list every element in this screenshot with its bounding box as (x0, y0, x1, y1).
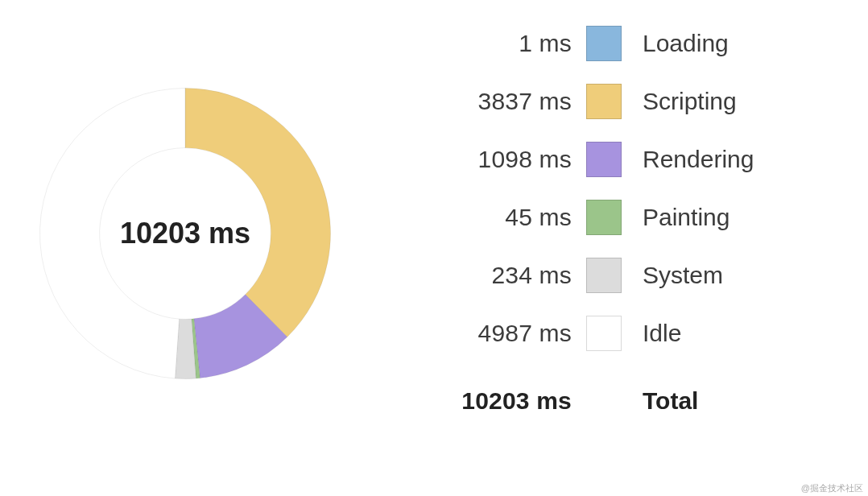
legend-label: Idle (643, 320, 681, 347)
swatch-idle (586, 316, 622, 351)
performance-summary-panel: 10203 ms 1 ms Loading 3837 ms Scripting … (0, 0, 868, 496)
legend-time: 4987 ms (431, 320, 572, 347)
legend-row-idle[interactable]: 4987 ms Idle (431, 304, 849, 362)
legend-label: Loading (643, 30, 729, 57)
legend-label: System (643, 262, 723, 289)
legend-time: 1 ms (431, 30, 572, 57)
legend-time: 45 ms (431, 204, 572, 231)
swatch-scripting (586, 84, 622, 119)
legend-label: Rendering (643, 146, 754, 173)
legend-label: Painting (643, 204, 730, 231)
legend-row-rendering[interactable]: 1098 ms Rendering (431, 130, 849, 188)
legend-row-loading[interactable]: 1 ms Loading (431, 14, 849, 72)
legend: 1 ms Loading 3837 ms Scripting 1098 ms R… (431, 14, 849, 433)
watermark: @掘金技术社区 (801, 482, 863, 494)
donut-chart (32, 81, 338, 386)
legend-total-time: 10203 ms (431, 387, 572, 415)
legend-label: Scripting (643, 88, 737, 115)
donut-svg (32, 81, 338, 386)
donut-slice-scripting[interactable] (185, 89, 330, 337)
swatch-system (586, 258, 622, 293)
legend-total-label: Total (643, 387, 698, 415)
donut-slice-idle[interactable] (39, 89, 184, 379)
legend-time: 3837 ms (431, 88, 572, 115)
swatch-rendering (586, 142, 622, 177)
legend-time: 234 ms (431, 262, 572, 289)
legend-time: 1098 ms (431, 146, 572, 173)
legend-row-painting[interactable]: 45 ms Painting (431, 188, 849, 246)
legend-row-scripting[interactable]: 3837 ms Scripting (431, 72, 849, 130)
swatch-loading (586, 26, 622, 61)
legend-row-system[interactable]: 234 ms System (431, 246, 849, 304)
swatch-painting (586, 200, 622, 235)
legend-row-total: 10203 ms Total (431, 369, 849, 433)
